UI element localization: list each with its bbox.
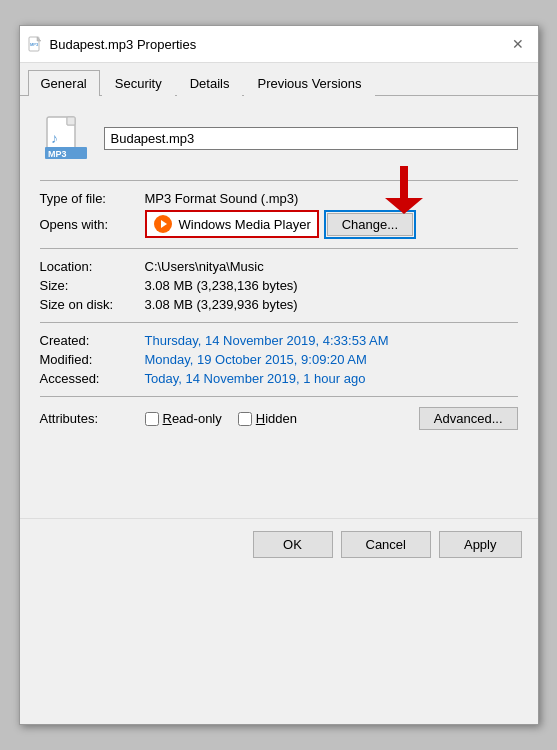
- size-value: 3.08 MB (3,238,136 bytes): [145, 278, 298, 293]
- apply-button[interactable]: Apply: [439, 531, 522, 558]
- modified-label: Modified:: [40, 352, 145, 367]
- type-value: MP3 Format Sound (.mp3): [145, 191, 299, 206]
- file-header: ♪ MP3: [40, 112, 518, 164]
- divider-2: [40, 248, 518, 249]
- divider-4: [40, 396, 518, 397]
- svg-text:MP3: MP3: [30, 42, 39, 47]
- advanced-button[interactable]: Advanced...: [419, 407, 518, 430]
- modified-value: Monday, 19 October 2015, 9:09:20 AM: [145, 352, 367, 367]
- size-disk-value: 3.08 MB (3,239,936 bytes): [145, 297, 298, 312]
- bottom-buttons: OK Cancel Apply: [20, 518, 538, 574]
- properties-window: MP3 Budapest.mp3 Properties ✕ General Se…: [19, 25, 539, 725]
- mp3-file-icon: ♪ MP3: [43, 115, 89, 161]
- accessed-row: Accessed: Today, 14 November 2019, 1 hou…: [40, 371, 518, 386]
- divider-1: [40, 180, 518, 181]
- readonly-checkbox-item[interactable]: Read-only: [145, 411, 222, 426]
- size-row: Size: 3.08 MB (3,238,136 bytes): [40, 278, 518, 293]
- file-icon-wrapper: ♪ MP3: [40, 112, 92, 164]
- readonly-label: Read-only: [163, 411, 222, 426]
- opens-with-row: Opens with: Windows Media Player Change.…: [40, 210, 518, 238]
- checkbox-group: Read-only Hidden Advanced...: [145, 407, 518, 430]
- size-disk-label: Size on disk:: [40, 297, 145, 312]
- tab-security[interactable]: Security: [102, 70, 175, 96]
- created-value: Thursday, 14 November 2019, 4:33:53 AM: [145, 333, 389, 348]
- red-arrow-indicator: [385, 166, 423, 217]
- svg-marker-10: [385, 198, 423, 214]
- opens-app-name: Windows Media Player: [179, 217, 311, 232]
- hidden-label: Hidden: [256, 411, 297, 426]
- attributes-row: Attributes: Read-only Hidden Advanced...: [40, 407, 518, 430]
- opens-with-app: Windows Media Player: [145, 210, 319, 238]
- location-row: Location: C:\Users\nitya\Music: [40, 259, 518, 274]
- window-title: Budapest.mp3 Properties: [50, 37, 197, 52]
- size-disk-row: Size on disk: 3.08 MB (3,239,936 bytes): [40, 297, 518, 312]
- svg-rect-3: [67, 117, 75, 125]
- svg-text:MP3: MP3: [48, 149, 67, 159]
- title-mp3-icon: MP3: [28, 36, 44, 52]
- type-label: Type of file:: [40, 191, 145, 206]
- attributes-label: Attributes:: [40, 411, 145, 426]
- tab-general[interactable]: General: [28, 70, 100, 96]
- created-row: Created: Thursday, 14 November 2019, 4:3…: [40, 333, 518, 348]
- created-label: Created:: [40, 333, 145, 348]
- accessed-value: Today, 14 November 2019, 1 hour ago: [145, 371, 366, 386]
- title-bar: MP3 Budapest.mp3 Properties ✕: [20, 26, 538, 63]
- tab-bar: General Security Details Previous Versio…: [20, 63, 538, 96]
- tab-details[interactable]: Details: [177, 70, 243, 96]
- location-label: Location:: [40, 259, 145, 274]
- svg-text:♪: ♪: [51, 130, 58, 146]
- opens-label: Opens with:: [40, 217, 145, 232]
- svg-rect-9: [400, 166, 408, 198]
- tab-previous-versions[interactable]: Previous Versions: [244, 70, 374, 96]
- hidden-checkbox[interactable]: [238, 412, 252, 426]
- close-button[interactable]: ✕: [506, 32, 530, 56]
- divider-3: [40, 322, 518, 323]
- type-row: Type of file: MP3 Format Sound (.mp3): [40, 191, 518, 206]
- modified-row: Modified: Monday, 19 October 2015, 9:09:…: [40, 352, 518, 367]
- accessed-label: Accessed:: [40, 371, 145, 386]
- wmp-icon: [153, 214, 173, 234]
- cancel-button[interactable]: Cancel: [341, 531, 431, 558]
- general-tab-content: ♪ MP3 Type of file: MP3 Format Sound (.m…: [20, 96, 538, 518]
- size-label: Size:: [40, 278, 145, 293]
- ok-button[interactable]: OK: [253, 531, 333, 558]
- readonly-checkbox[interactable]: [145, 412, 159, 426]
- hidden-checkbox-item[interactable]: Hidden: [238, 411, 297, 426]
- location-value: C:\Users\nitya\Music: [145, 259, 264, 274]
- filename-input[interactable]: [104, 127, 518, 150]
